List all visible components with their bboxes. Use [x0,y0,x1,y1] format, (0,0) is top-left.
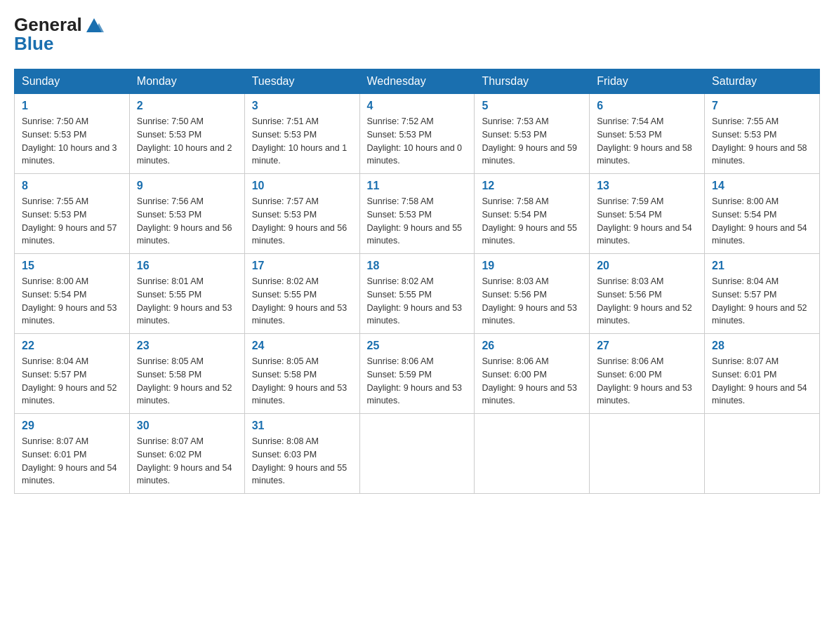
day-info: Sunrise: 7:57 AM Sunset: 5:53 PM Dayligh… [252,195,352,248]
day-number: 11 [367,180,468,192]
calendar-cell: 23 Sunrise: 8:05 AM Sunset: 5:58 PM Dayl… [129,334,244,414]
calendar-cell: 31 Sunrise: 8:08 AM Sunset: 6:03 PM Dayl… [244,414,359,494]
page-header: General Blue [14,14,820,55]
day-info: Sunrise: 7:58 AM Sunset: 5:54 PM Dayligh… [482,195,582,248]
calendar-cell: 19 Sunrise: 8:03 AM Sunset: 5:56 PM Dayl… [475,254,590,334]
day-info: Sunrise: 8:06 AM Sunset: 5:59 PM Dayligh… [367,355,468,408]
day-info: Sunrise: 8:00 AM Sunset: 5:54 PM Dayligh… [22,275,122,328]
day-number: 10 [252,180,352,192]
logo-blue: Blue [14,33,105,55]
week-row-2: 8 Sunrise: 7:55 AM Sunset: 5:53 PM Dayli… [15,174,820,254]
day-number: 5 [482,100,582,112]
day-number: 25 [367,340,468,352]
calendar-cell: 9 Sunrise: 7:56 AM Sunset: 5:53 PM Dayli… [129,174,244,254]
week-row-3: 15 Sunrise: 8:00 AM Sunset: 5:54 PM Dayl… [15,254,820,334]
calendar-cell: 2 Sunrise: 7:50 AM Sunset: 5:53 PM Dayli… [129,94,244,174]
day-info: Sunrise: 8:02 AM Sunset: 5:55 PM Dayligh… [367,275,468,328]
calendar-cell: 25 Sunrise: 8:06 AM Sunset: 5:59 PM Dayl… [359,334,475,414]
calendar-cell [475,414,590,494]
calendar-cell: 15 Sunrise: 8:00 AM Sunset: 5:54 PM Dayl… [15,254,130,334]
day-info: Sunrise: 8:01 AM Sunset: 5:55 PM Dayligh… [137,275,237,328]
day-info: Sunrise: 8:05 AM Sunset: 5:58 PM Dayligh… [137,355,237,408]
day-info: Sunrise: 8:06 AM Sunset: 6:00 PM Dayligh… [597,355,697,408]
day-number: 23 [137,340,237,352]
day-number: 13 [597,180,697,192]
day-info: Sunrise: 7:52 AM Sunset: 5:53 PM Dayligh… [367,115,468,168]
day-number: 17 [252,260,352,272]
calendar-cell: 8 Sunrise: 7:55 AM Sunset: 5:53 PM Dayli… [15,174,130,254]
calendar-cell: 24 Sunrise: 8:05 AM Sunset: 5:58 PM Dayl… [244,334,359,414]
day-info: Sunrise: 8:05 AM Sunset: 5:58 PM Dayligh… [252,355,352,408]
day-info: Sunrise: 8:04 AM Sunset: 5:57 PM Dayligh… [712,275,812,328]
day-number: 14 [712,180,812,192]
day-header-tuesday: Tuesday [244,69,359,94]
day-number: 19 [482,260,582,272]
day-info: Sunrise: 8:04 AM Sunset: 5:57 PM Dayligh… [22,355,122,408]
week-row-1: 1 Sunrise: 7:50 AM Sunset: 5:53 PM Dayli… [15,94,820,174]
day-number: 9 [137,180,237,192]
day-info: Sunrise: 7:50 AM Sunset: 5:53 PM Dayligh… [22,115,122,168]
day-number: 3 [252,100,352,112]
calendar-cell: 1 Sunrise: 7:50 AM Sunset: 5:53 PM Dayli… [15,94,130,174]
calendar-cell [590,414,705,494]
day-info: Sunrise: 8:07 AM Sunset: 6:02 PM Dayligh… [137,435,237,488]
day-info: Sunrise: 7:50 AM Sunset: 5:53 PM Dayligh… [137,115,237,168]
day-header-saturday: Saturday [705,69,820,94]
logo-icon [84,14,105,35]
week-row-4: 22 Sunrise: 8:04 AM Sunset: 5:57 PM Dayl… [15,334,820,414]
day-number: 2 [137,100,237,112]
calendar-cell: 27 Sunrise: 8:06 AM Sunset: 6:00 PM Dayl… [590,334,705,414]
calendar-cell: 28 Sunrise: 8:07 AM Sunset: 6:01 PM Dayl… [705,334,820,414]
day-info: Sunrise: 8:06 AM Sunset: 6:00 PM Dayligh… [482,355,582,408]
day-number: 22 [22,340,122,352]
day-info: Sunrise: 7:56 AM Sunset: 5:53 PM Dayligh… [137,195,237,248]
calendar-cell: 7 Sunrise: 7:55 AM Sunset: 5:53 PM Dayli… [705,94,820,174]
day-number: 24 [252,340,352,352]
day-number: 8 [22,180,122,192]
day-info: Sunrise: 8:03 AM Sunset: 5:56 PM Dayligh… [597,275,697,328]
calendar-cell: 11 Sunrise: 7:58 AM Sunset: 5:53 PM Dayl… [359,174,475,254]
day-info: Sunrise: 8:00 AM Sunset: 5:54 PM Dayligh… [712,195,812,248]
calendar-cell [359,414,475,494]
day-number: 30 [137,420,237,432]
day-number: 6 [597,100,697,112]
day-number: 27 [597,340,697,352]
week-row-5: 29 Sunrise: 8:07 AM Sunset: 6:01 PM Dayl… [15,414,820,494]
day-info: Sunrise: 8:03 AM Sunset: 5:56 PM Dayligh… [482,275,582,328]
day-number: 7 [712,100,812,112]
calendar-cell: 18 Sunrise: 8:02 AM Sunset: 5:55 PM Dayl… [359,254,475,334]
day-info: Sunrise: 8:08 AM Sunset: 6:03 PM Dayligh… [252,435,352,488]
day-number: 20 [597,260,697,272]
day-number: 15 [22,260,122,272]
day-info: Sunrise: 8:07 AM Sunset: 6:01 PM Dayligh… [22,435,122,488]
calendar-cell: 3 Sunrise: 7:51 AM Sunset: 5:53 PM Dayli… [244,94,359,174]
day-info: Sunrise: 7:55 AM Sunset: 5:53 PM Dayligh… [712,115,812,168]
day-number: 29 [22,420,122,432]
day-info: Sunrise: 7:51 AM Sunset: 5:53 PM Dayligh… [252,115,352,168]
day-number: 12 [482,180,582,192]
calendar-cell: 4 Sunrise: 7:52 AM Sunset: 5:53 PM Dayli… [359,94,475,174]
calendar-cell [705,414,820,494]
day-info: Sunrise: 7:54 AM Sunset: 5:53 PM Dayligh… [597,115,697,168]
day-number: 31 [252,420,352,432]
day-number: 26 [482,340,582,352]
day-number: 21 [712,260,812,272]
calendar-cell: 16 Sunrise: 8:01 AM Sunset: 5:55 PM Dayl… [129,254,244,334]
calendar-cell: 17 Sunrise: 8:02 AM Sunset: 5:55 PM Dayl… [244,254,359,334]
calendar-cell: 20 Sunrise: 8:03 AM Sunset: 5:56 PM Dayl… [590,254,705,334]
day-info: Sunrise: 7:53 AM Sunset: 5:53 PM Dayligh… [482,115,582,168]
calendar-cell: 13 Sunrise: 7:59 AM Sunset: 5:54 PM Dayl… [590,174,705,254]
day-number: 16 [137,260,237,272]
day-info: Sunrise: 7:58 AM Sunset: 5:53 PM Dayligh… [367,195,468,248]
days-header-row: SundayMondayTuesdayWednesdayThursdayFrid… [15,69,820,94]
calendar-cell: 21 Sunrise: 8:04 AM Sunset: 5:57 PM Dayl… [705,254,820,334]
day-header-wednesday: Wednesday [359,69,475,94]
day-info: Sunrise: 7:55 AM Sunset: 5:53 PM Dayligh… [22,195,122,248]
day-header-sunday: Sunday [15,69,130,94]
day-header-thursday: Thursday [475,69,590,94]
calendar-cell: 26 Sunrise: 8:06 AM Sunset: 6:00 PM Dayl… [475,334,590,414]
calendar-cell: 5 Sunrise: 7:53 AM Sunset: 5:53 PM Dayli… [475,94,590,174]
calendar-cell: 30 Sunrise: 8:07 AM Sunset: 6:02 PM Dayl… [129,414,244,494]
day-info: Sunrise: 7:59 AM Sunset: 5:54 PM Dayligh… [597,195,697,248]
calendar-cell: 6 Sunrise: 7:54 AM Sunset: 5:53 PM Dayli… [590,94,705,174]
